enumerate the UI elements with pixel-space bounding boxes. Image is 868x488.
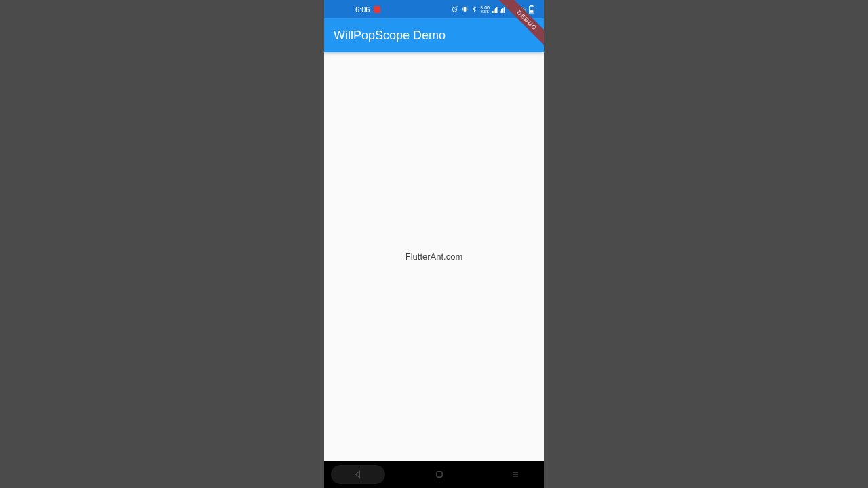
recording-indicator-icon	[374, 6, 380, 13]
svg-rect-15	[437, 472, 442, 477]
nav-recents-button[interactable]	[494, 465, 537, 484]
home-square-icon	[435, 470, 444, 479]
svg-rect-8	[500, 11, 501, 13]
svg-rect-11	[504, 7, 505, 13]
app-bar-title: WillPopScope Demo	[334, 28, 446, 43]
bluetooth-icon	[471, 5, 477, 13]
svg-rect-7	[496, 7, 498, 13]
battery-icon	[529, 5, 534, 14]
android-nav-bar	[324, 461, 544, 488]
svg-rect-5	[494, 9, 495, 13]
phone-frame: DEBUG 6:06 3.00 KB/S	[324, 0, 544, 488]
status-left: 6:06	[334, 5, 380, 14]
svg-rect-1	[464, 7, 467, 11]
signal-bars-icon	[492, 5, 509, 13]
battery-percent: 46%	[511, 5, 526, 14]
status-bar[interactable]: 6:06 3.00 KB/S 46%	[324, 0, 544, 18]
nav-back-button[interactable]	[331, 465, 385, 484]
body-text: FlutterAnt.com	[406, 251, 463, 262]
svg-rect-10	[502, 8, 504, 13]
vibrate-icon	[461, 5, 469, 13]
back-triangle-icon	[353, 470, 363, 479]
svg-rect-2	[462, 8, 463, 11]
svg-rect-6	[495, 8, 496, 13]
alarm-icon	[451, 5, 458, 13]
svg-rect-14	[530, 10, 534, 13]
svg-rect-4	[492, 11, 494, 13]
app-bar: WillPopScope Demo	[324, 18, 544, 52]
app-body: FlutterAnt.com	[324, 52, 544, 461]
recents-menu-icon	[511, 470, 520, 479]
svg-rect-3	[467, 8, 468, 11]
svg-rect-13	[530, 5, 533, 6]
status-right: 3.00 KB/S 46%	[451, 5, 534, 14]
nav-home-button[interactable]	[418, 465, 461, 484]
svg-rect-9	[501, 9, 502, 13]
data-rate: 3.00 KB/S	[480, 5, 490, 14]
status-time: 6:06	[334, 5, 370, 14]
